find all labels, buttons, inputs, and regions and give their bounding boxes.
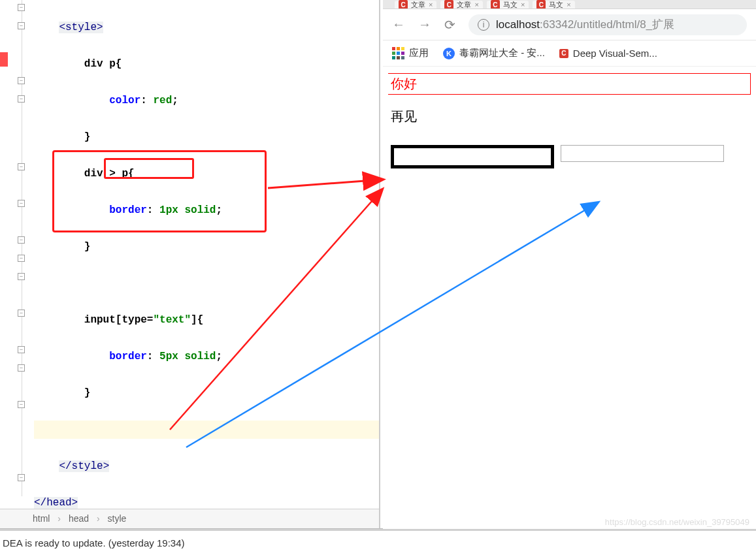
- chevron-right-icon: ›: [97, 513, 100, 524]
- fold-toggle[interactable]: −: [18, 77, 25, 84]
- browser-tab[interactable]: C文章×: [440, 1, 482, 8]
- close-icon[interactable]: ×: [474, 1, 478, 8]
- browser-toolbar: ← → ⟳ i localhost:63342/untitled/html/8_…: [383, 9, 756, 40]
- breadcrumb[interactable]: html › head › style: [0, 509, 379, 528]
- rendered-page: 你好 再见: [383, 67, 756, 175]
- code-editor-pane: − − − − − − − − − − − − − − <style> div …: [0, 0, 380, 557]
- apps-button[interactable]: 应用: [392, 47, 429, 59]
- fold-toggle[interactable]: −: [18, 163, 25, 170]
- browser-tab[interactable]: C马文×: [533, 1, 574, 8]
- status-bar: DEA is ready to update. (yesterday 19:34…: [0, 531, 756, 557]
- csdn-icon: C: [536, 0, 546, 9]
- close-icon[interactable]: ×: [429, 1, 433, 8]
- close-icon[interactable]: ×: [521, 1, 525, 8]
- bookmark-duba[interactable]: K 毒霸网址大全 - 安...: [443, 47, 545, 59]
- password-input[interactable]: [561, 145, 724, 162]
- bye-text: 再见: [388, 108, 751, 125]
- close-icon[interactable]: ×: [567, 1, 570, 8]
- browser-tab[interactable]: C马文×: [487, 1, 529, 8]
- csdn-icon: C: [399, 0, 408, 9]
- address-bar[interactable]: i localhost:63342/untitled/html/8_扩展: [468, 14, 747, 35]
- fold-toggle[interactable]: −: [18, 310, 25, 317]
- fold-toggle[interactable]: −: [18, 4, 25, 11]
- back-icon[interactable]: ←: [392, 17, 405, 32]
- k-icon: K: [443, 48, 455, 59]
- forward-icon[interactable]: →: [418, 17, 431, 32]
- fold-toggle[interactable]: −: [18, 95, 25, 103]
- fold-toggle[interactable]: −: [18, 22, 25, 29]
- status-text: DEA is ready to update. (yesterday 19:34…: [3, 537, 185, 549]
- csdn-icon: C: [491, 0, 500, 9]
- csdn-icon: C: [444, 0, 453, 9]
- watermark-text: https://blog.csdn.net/weixin_39795049: [605, 517, 749, 527]
- bookmark-deep[interactable]: C Deep Visual-Sem...: [559, 48, 657, 59]
- code-text[interactable]: <style> div p{ color: red; } div > p{ bo…: [34, 0, 379, 557]
- breadcrumb-item[interactable]: style: [108, 513, 127, 524]
- text-input[interactable]: [391, 145, 554, 168]
- fold-toggle[interactable]: −: [18, 200, 25, 207]
- annotation-highlight-box-inner: [104, 158, 194, 179]
- chevron-right-icon: ›: [58, 513, 61, 524]
- apps-grid-icon: [392, 47, 404, 59]
- fold-toggle[interactable]: −: [18, 346, 25, 353]
- browser-tab[interactable]: C文章×: [395, 1, 436, 8]
- reload-icon[interactable]: ⟳: [444, 17, 455, 33]
- fold-toggle[interactable]: −: [18, 364, 25, 372]
- browser-preview-pane: C文章× C文章× C马文× C马文× ← → ⟳ i localhost:63…: [383, 0, 756, 529]
- fold-toggle[interactable]: −: [18, 273, 25, 280]
- editor-gutter: − − − − − − − − − − − − − −: [0, 0, 29, 503]
- breakpoint-marker[interactable]: [0, 52, 8, 67]
- fold-toggle[interactable]: −: [18, 474, 25, 481]
- fold-toggle[interactable]: −: [18, 236, 25, 244]
- csdn-icon: C: [559, 49, 568, 58]
- breadcrumb-item[interactable]: html: [33, 513, 50, 524]
- fold-toggle[interactable]: −: [18, 255, 25, 262]
- hello-text: 你好: [388, 73, 751, 95]
- bookmarks-bar: 应用 K 毒霸网址大全 - 安... C Deep Visual-Sem...: [383, 40, 756, 67]
- browser-tabstrip: C文章× C文章× C马文× C马文×: [383, 0, 756, 9]
- site-info-icon[interactable]: i: [478, 19, 489, 31]
- breadcrumb-item[interactable]: head: [69, 513, 89, 524]
- fold-toggle[interactable]: −: [18, 401, 25, 408]
